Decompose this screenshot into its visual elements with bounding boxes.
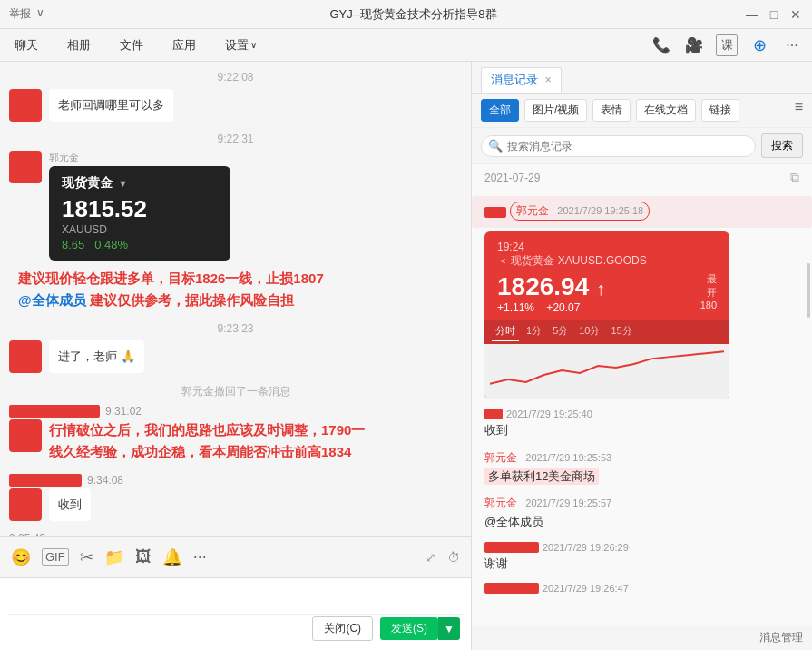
red-msg-text: 行情破位之后，我们的思路也应该及时调整，1790一线久经考验，成功企稳，看本周能… xyxy=(49,419,365,463)
close-button[interactable]: 关闭(C) xyxy=(312,616,373,641)
image-icon[interactable]: 🖼 xyxy=(135,547,152,566)
avatar xyxy=(9,488,42,521)
filter-all[interactable]: 全部 xyxy=(481,99,519,122)
scrollbar[interactable] xyxy=(807,263,810,318)
clock-icon[interactable]: ⏱ xyxy=(447,550,460,565)
msg-time: 9:22:31 xyxy=(9,133,462,145)
list-item: 郭元金 2021/7/29 19:25:18 xyxy=(472,196,812,228)
expand-icon[interactable]: ∨ xyxy=(36,6,44,22)
menubar: 聊天 相册 文件 应用 设置 ∨ 📞 🎥 课 ⊕ ··· xyxy=(0,29,812,62)
menu-settings[interactable]: 设置 ∨ xyxy=(220,34,262,57)
report-btn[interactable]: 举报 xyxy=(9,6,31,22)
chart-area xyxy=(484,344,729,399)
history-messages: 郭元金 2021/7/29 19:25:18 19:24 ＜ 现货黄金 XAUU… xyxy=(472,191,812,625)
titlebar: 举报 ∨ GYJ--现货黄金技术分析指导8群 — □ ✕ xyxy=(0,0,812,29)
chat-toolbar: 😊 GIF ✂ 📁 🖼 🔔 ··· ⤢ ⏱ xyxy=(0,536,471,577)
send-arrow-button[interactable]: ▼ xyxy=(438,617,460,640)
redacted-name xyxy=(9,474,82,487)
send-button[interactable]: 发送(S) xyxy=(380,617,438,640)
h-msg-text: 谢谢 xyxy=(484,555,799,573)
avatar xyxy=(9,151,42,183)
h-msg-text: 收到 xyxy=(484,421,799,439)
emoji-icon[interactable]: 😊 xyxy=(11,547,31,567)
search-button[interactable]: 搜索 xyxy=(761,133,803,158)
bottom-status-bar: 消息管理 xyxy=(472,625,812,650)
history-filter-bar: 全部 图片/视频 表情 在线文档 链接 ≡ xyxy=(472,94,812,128)
h-msg-text: 多单获利12美金商场 xyxy=(484,468,799,486)
h-msg-sender: 郭元金 2021/7/29 19:25:18 xyxy=(510,202,650,221)
close-btn[interactable]: ✕ xyxy=(788,7,803,22)
list-item: 2021/7/29 19:26:29 谢谢 xyxy=(472,537,812,578)
status-text[interactable]: 消息管理 xyxy=(759,630,803,645)
history-tabs-bar: 消息记录 × xyxy=(472,62,812,94)
video-icon[interactable]: 🎥 xyxy=(683,34,705,56)
h-msg-sender: 郭元金 2021/7/29 19:25:57 xyxy=(484,496,799,511)
tab-history[interactable]: 消息记录 × xyxy=(481,67,562,93)
h-msg-time: 2021/7/29 19:26:29 xyxy=(543,542,629,553)
redacted-name xyxy=(9,405,100,418)
overlay-time: 19:24 xyxy=(497,241,717,253)
avatar-bar xyxy=(484,542,539,553)
h-msg-time: 2021/7/29 19:25:40 xyxy=(506,409,592,419)
more-icon[interactable]: ··· xyxy=(781,34,803,56)
overlay-back[interactable]: ＜ 现货黄金 XAUUSD.GOODS xyxy=(497,253,717,269)
screen-icon[interactable]: 课 xyxy=(716,34,738,56)
gold-change: 8.65 0.48% xyxy=(62,238,218,251)
menu-app[interactable]: 应用 xyxy=(167,34,201,57)
more-tools-icon[interactable]: ··· xyxy=(193,547,207,566)
filter-media[interactable]: 图片/视频 xyxy=(524,99,587,122)
expand-icon[interactable]: ⤢ xyxy=(426,550,436,565)
menu-file[interactable]: 文件 xyxy=(114,34,149,57)
bell-icon[interactable]: 🔔 xyxy=(162,547,182,567)
overlay-side: 最开180 xyxy=(700,272,717,310)
minimize-btn[interactable]: — xyxy=(745,7,759,22)
msg-content: 进了，老师 🙏 xyxy=(49,340,144,373)
chat-actions: 关闭(C) 发送(S) ▼ xyxy=(7,614,464,643)
msg-sender: 郭元金 xyxy=(49,151,230,164)
annotation-block: 建议现价轻仓跟进多单，目标1826一线，止损1807 @全体成员 建议仅供参考，… xyxy=(9,268,462,311)
msg-row: 进了，老师 🙏 xyxy=(9,340,462,373)
avatar-bar xyxy=(484,409,503,419)
menu-album[interactable]: 相册 xyxy=(62,34,96,57)
phone-icon[interactable]: 📞 xyxy=(651,34,672,56)
tab-15m[interactable]: 15分 xyxy=(608,322,636,341)
overlay-price: 1826.94 ↑ xyxy=(497,272,605,301)
filter-emoji[interactable]: 表情 xyxy=(592,99,631,122)
msg-bubble: 进了，老师 🙏 xyxy=(49,340,144,373)
tab-close-icon[interactable]: × xyxy=(545,74,552,86)
gold-card[interactable]: 现货黄金 ▼ 1815.52 XAUUSD 8.65 0.48% xyxy=(49,166,230,261)
gold-overlay-card[interactable]: 19:24 ＜ 现货黄金 XAUUSD.GOODS 1826.94 ↑ +1.1… xyxy=(484,231,799,399)
cut-icon[interactable]: ✂ xyxy=(80,547,93,567)
tab-1m[interactable]: 1分 xyxy=(523,322,545,341)
avatar-bar xyxy=(484,207,506,218)
tab-fenshi[interactable]: 分时 xyxy=(492,322,519,341)
search-input[interactable] xyxy=(481,135,756,157)
overlay-tabs: 分时 1分 5分 10分 15分 xyxy=(484,320,729,344)
tab-5m[interactable]: 5分 xyxy=(549,322,572,341)
add-icon[interactable]: ⊕ xyxy=(748,34,770,56)
list-item: 9:22:31 郭元金 现货黄金 ▼ 1815.52 XAUUSD xyxy=(9,133,462,311)
avatar xyxy=(9,419,42,452)
chat-input[interactable] xyxy=(7,586,464,614)
msg-content: 老师回调哪里可以多 xyxy=(49,89,173,122)
msg-bubble: 收到 xyxy=(49,488,91,521)
gif-icon[interactable]: GIF xyxy=(42,548,69,566)
search-icon: 🔍 xyxy=(488,139,503,153)
gold-card-title: 现货黄金 ▼ xyxy=(62,175,218,192)
msg-row: 行情破位之后，我们的思路也应该及时调整，1790一线久经考验，成功企稳，看本周能… xyxy=(9,419,462,463)
calendar-icon[interactable]: ⧉ xyxy=(790,170,799,185)
maximize-btn[interactable]: □ xyxy=(767,7,781,22)
avatar-bar xyxy=(484,583,539,594)
filter-links[interactable]: 链接 xyxy=(701,99,739,122)
menu-chat[interactable]: 聊天 xyxy=(9,34,44,57)
filter-docs[interactable]: 在线文档 xyxy=(636,99,696,122)
folder-icon[interactable]: 📁 xyxy=(104,547,124,567)
history-panel: 消息记录 × 全部 图片/视频 表情 在线文档 链接 ≡ 🔍 搜索 2021-0… xyxy=(472,62,812,650)
price-chart xyxy=(490,348,724,395)
gold-price: 1815.52 xyxy=(62,195,218,223)
tab-10m[interactable]: 10分 xyxy=(575,322,603,341)
msg-content: 郭元金 现货黄金 ▼ 1815.52 XAUUSD 8.65 0 xyxy=(49,151,230,261)
msg-content: 行情破位之后，我们的思路也应该及时调整，1790一线久经考验，成功企稳，看本周能… xyxy=(49,419,365,463)
sort-icon[interactable]: ≡ xyxy=(795,99,803,122)
msg-time: 9:22:08 xyxy=(9,71,462,84)
